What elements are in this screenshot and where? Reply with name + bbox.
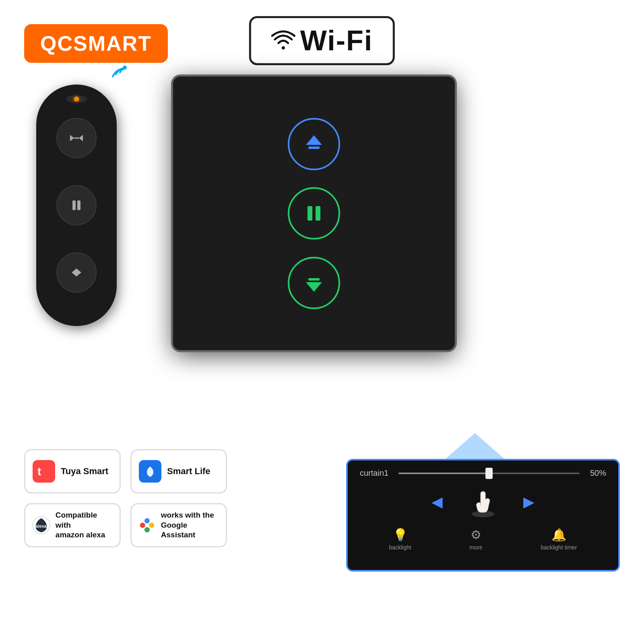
svg-marker-6 <box>76 268 81 277</box>
svg-point-20 <box>149 522 154 528</box>
switch-btn-up[interactable] <box>288 118 340 170</box>
more-label: more <box>470 544 483 551</box>
slider-thumb <box>485 468 493 479</box>
more-icon: ⚙ <box>471 528 481 542</box>
connector-triangle <box>443 433 507 461</box>
backlight-timer-item: 🔔 backlight timer <box>541 528 577 551</box>
svg-text:t: t <box>37 465 41 478</box>
svg-marker-13 <box>306 282 322 292</box>
backlight-item: 💡 backlight <box>389 528 411 551</box>
svg-rect-10 <box>308 206 312 221</box>
smartlife-label: Smart Life <box>167 466 211 477</box>
app-bottom-row: 💡 backlight ⚙ more 🔔 backlight timer <box>360 528 606 551</box>
svg-point-19 <box>144 518 150 523</box>
google-icon <box>138 516 156 535</box>
backlight-timer-label: backlight timer <box>541 544 577 551</box>
svg-point-18 <box>140 522 145 528</box>
curtain-label: curtain1 <box>360 469 392 478</box>
remote-control <box>28 85 125 334</box>
svg-rect-12 <box>308 278 320 281</box>
svg-point-0 <box>123 66 127 70</box>
remote-btn-playreverse[interactable] <box>56 252 97 293</box>
wifi-logo: Wi-Fi <box>249 16 395 65</box>
svg-marker-1 <box>70 135 74 141</box>
svg-rect-11 <box>316 206 320 221</box>
hand-cursor-icon <box>467 486 499 518</box>
tuya-label: Tuya Smart <box>61 466 108 477</box>
arrow-left: ◀ <box>431 493 443 510</box>
wifi-icon <box>271 29 295 53</box>
switch-btn-pause[interactable] <box>288 187 340 239</box>
slider-track <box>398 473 580 474</box>
wall-switch-panel <box>173 76 455 350</box>
backlight-label: backlight <box>389 544 411 551</box>
smartlife-icon <box>139 460 161 483</box>
arrows-row: ◀ ▶ <box>360 486 606 518</box>
slider-percent: 50% <box>586 469 606 478</box>
svg-marker-7 <box>72 268 76 277</box>
more-item: ⚙ more <box>470 528 483 551</box>
remote-led <box>74 97 79 101</box>
switch-btn-down[interactable] <box>288 257 340 309</box>
brand-badge: QCSMART <box>24 24 168 63</box>
remote-body <box>36 85 117 326</box>
google-badge: works with the Google Assistant <box>130 503 227 547</box>
curtain-slider-row: curtain1 50% <box>360 469 606 478</box>
backlight-icon: 💡 <box>393 528 408 542</box>
app-screenshot: curtain1 50% ◀ ▶ 💡 backlight ⚙ more 🔔 ba… <box>346 459 620 572</box>
svg-point-21 <box>144 527 150 533</box>
remote-indicator <box>66 96 87 102</box>
slider-fill <box>398 473 489 474</box>
wifi-label: Wi-Fi <box>300 25 373 57</box>
smartlife-badge: Smart Life <box>130 449 227 493</box>
svg-marker-8 <box>306 135 322 145</box>
app-badges-container: t Tuya Smart Smart Life alexa Compatible… <box>24 449 242 547</box>
remote-wifi-signal <box>109 60 133 82</box>
backlight-timer-icon: 🔔 <box>551 528 566 542</box>
svg-rect-5 <box>77 200 80 210</box>
svg-text:alexa: alexa <box>36 524 47 528</box>
svg-rect-9 <box>308 147 320 149</box>
alexa-icon: alexa <box>32 516 51 535</box>
arrow-right: ▶ <box>523 493 535 510</box>
remote-btn-pause[interactable] <box>56 185 97 225</box>
tuya-icon: t <box>33 460 55 483</box>
alexa-label: Compatible with amazon alexa <box>56 510 113 540</box>
google-label: works with the Google Assistant <box>161 510 219 540</box>
svg-rect-4 <box>72 200 76 210</box>
tuya-smart-badge: t Tuya Smart <box>24 449 121 493</box>
svg-marker-2 <box>79 135 83 141</box>
remote-btn-leftright[interactable] <box>56 118 97 158</box>
alexa-badge: alexa Compatible with amazon alexa <box>24 503 121 547</box>
